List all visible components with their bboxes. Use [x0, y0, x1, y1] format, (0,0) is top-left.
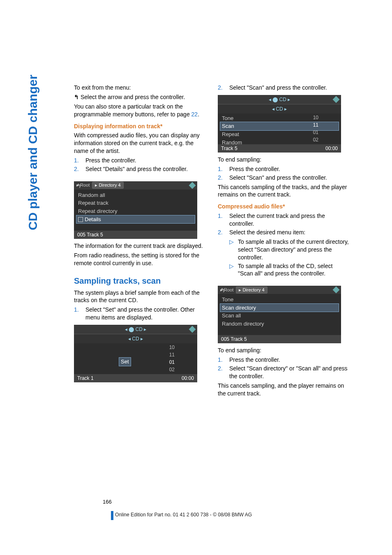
- text: Select "Scan" and press the controller.: [229, 84, 327, 92]
- back-arrow-icon: ↰: [74, 94, 81, 100]
- screenshot-subbar: ◂ CD ▸: [218, 104, 341, 113]
- footer-text: 005 Track 5: [77, 231, 103, 238]
- list-number: 1.: [74, 306, 81, 321]
- footer-right: 00:00: [325, 145, 338, 152]
- text: Select the arrow and press the controlle…: [81, 94, 185, 100]
- text: Press the controller.: [229, 165, 280, 173]
- paragraph: To end sampling:: [218, 347, 349, 354]
- list-item: 1.Select "Set" and press the controller.…: [74, 306, 205, 321]
- list-number: 1.: [218, 165, 225, 173]
- device-screenshot: ◂ ⬤ CD ▸ ◂ CD ▸ Tone Scan Repeat Random …: [218, 95, 341, 153]
- device-screenshot: ↰ ▸ Root ▸ Directory 4 Random all Repeat…: [74, 181, 197, 239]
- paragraph: You can also store a particular track on…: [74, 103, 205, 118]
- accent-bar: [111, 511, 113, 520]
- list-item: 2.Select "Details" and press the control…: [74, 165, 205, 173]
- triangle-icon: ▷: [229, 262, 234, 278]
- list-number: 1.: [218, 212, 225, 228]
- page: CD player and CD changer To exit from th…: [0, 0, 392, 555]
- text: Press the controller.: [85, 157, 136, 164]
- paragraph: To end sampling:: [218, 156, 349, 164]
- menu-item: Scan all: [220, 312, 339, 320]
- menu-item: Random all: [76, 191, 195, 199]
- ordered-list: 1.Select the current track and press the…: [218, 212, 349, 236]
- text: Select "Details" and press the controlle…: [85, 165, 188, 173]
- sub-list-item: ▷To sample all tracks of the current dir…: [229, 238, 349, 261]
- list-number: 2.: [74, 165, 81, 173]
- footer-right: 00:00: [182, 375, 194, 382]
- diamond-icon: [189, 326, 196, 333]
- text: Select "Scan directory" or "Scan all" an…: [229, 365, 349, 380]
- menu-item: Repeat track: [76, 199, 195, 207]
- paragraph: This cancels sampling, and the player re…: [218, 382, 349, 398]
- text: To sample all tracks of the current dire…: [238, 238, 349, 261]
- list-number: 2.: [218, 84, 225, 92]
- menu-item: Tone: [220, 296, 339, 304]
- footer-text: 005 Track 5: [221, 336, 247, 342]
- back-icon: ↰: [76, 182, 81, 190]
- page-number: 166: [103, 498, 112, 506]
- menu-item-selected: Scan: [220, 122, 339, 130]
- sub-list-item: ▷To sample all tracks of the CD, select …: [229, 262, 349, 278]
- paragraph: With compressed audio files, you can dis…: [74, 132, 205, 155]
- list-item: 2.Select "Scan" and press the controller…: [218, 84, 349, 92]
- text: Select the current track and press the c…: [229, 212, 349, 228]
- list-number: 1.: [74, 157, 81, 164]
- footer-left: Track 5: [221, 145, 238, 152]
- ordered-list: 1.Press the controller. 2.Select "Scan d…: [218, 356, 349, 380]
- paragraph: This cancels sampling of the tracks, and…: [218, 183, 349, 199]
- heading-orange: Displaying information on track*: [74, 123, 205, 130]
- text: Select "Scan" and press the controller.: [229, 174, 327, 182]
- number-column: 10 11 01 02: [169, 344, 175, 373]
- text: To sample all tracks of the CD, select "…: [238, 262, 349, 278]
- page-link[interactable]: 22: [191, 111, 198, 118]
- list-item: 1.Press the controller.: [74, 157, 205, 164]
- paragraph: The information for the current track ar…: [74, 242, 205, 250]
- menu-item: Repeat: [220, 130, 339, 139]
- tab-directory: ▸ Directory 4: [92, 182, 123, 189]
- triangle-icon: ▷: [229, 238, 234, 261]
- paragraph: To exit from the menu:: [74, 84, 205, 92]
- text: You can also store a particular track on…: [74, 103, 191, 118]
- left-column: To exit from the menu: ↰ Select the arro…: [74, 82, 205, 399]
- ordered-list: 1.Press the controller. 2.Select "Detail…: [74, 157, 205, 173]
- list-number: 2.: [218, 365, 225, 380]
- text: Select "Set" and press the controller. O…: [85, 306, 205, 321]
- menu-item-selected: Scan directory: [220, 304, 339, 312]
- tab-directory: ▸ Directory 4: [236, 287, 267, 294]
- heading-blue: Sampling tracks, scan: [74, 275, 205, 287]
- list-number: 2.: [218, 229, 225, 236]
- list-item: 2.Select "Scan" and press the controller…: [218, 174, 349, 182]
- menu-item: Tone: [220, 114, 339, 123]
- list-number: 1.: [218, 356, 225, 364]
- menu-item-selected: Details: [76, 215, 195, 224]
- list-item: 1.Press the controller.: [218, 356, 349, 364]
- list-item: 1.Select the current track and press the…: [218, 212, 349, 228]
- text: Press the controller.: [229, 356, 280, 364]
- heading-orange: Compressed audio files*: [218, 203, 349, 210]
- footer-line: Online Edition for Part no. 01 41 2 600 …: [115, 511, 252, 518]
- paragraph: From radio readiness, the setting is sto…: [74, 252, 205, 267]
- number-column: 10 11 01 02: [313, 114, 318, 143]
- text: .: [198, 111, 199, 118]
- menu-item: Repeat directory: [76, 207, 195, 215]
- text: Select the desired menu item:: [229, 229, 305, 236]
- checkbox-icon: [78, 217, 83, 222]
- right-column: 2.Select "Scan" and press the controller…: [218, 82, 349, 399]
- content-columns: To exit from the menu: ↰ Select the arro…: [74, 82, 351, 399]
- ordered-list: 1.Press the controller. 2.Select "Scan" …: [218, 165, 349, 182]
- side-chapter-title: CD player and CD changer: [25, 75, 42, 230]
- screenshot-subbar: ◂ CD ▸: [74, 334, 197, 343]
- screenshot-topbar: ◂ ⬤ CD ▸: [218, 95, 341, 104]
- device-screenshot: ↰ ▸ Root ▸ Directory 4 Tone Scan directo…: [218, 286, 341, 343]
- menu-item-selected: Set: [119, 358, 131, 366]
- device-screenshot: ◂ ⬤ CD ▸ ◂ CD ▸ 10 11 01 02 Set Track 1 …: [74, 325, 197, 382]
- list-item: 1.Press the controller.: [218, 165, 349, 173]
- list-number: 2.: [218, 174, 225, 182]
- paragraph: ↰ Select the arrow and press the control…: [74, 93, 205, 101]
- ordered-list: 1.Select "Set" and press the controller.…: [74, 306, 205, 321]
- diamond-icon: [333, 96, 340, 103]
- paragraph: The system plays a brief sample from eac…: [74, 289, 205, 305]
- list-item: 2.Select "Scan directory" or "Scan all" …: [218, 365, 349, 380]
- ordered-list: 2.Select "Scan" and press the controller…: [218, 84, 349, 92]
- screenshot-topbar: ◂ ⬤ CD ▸: [74, 325, 197, 334]
